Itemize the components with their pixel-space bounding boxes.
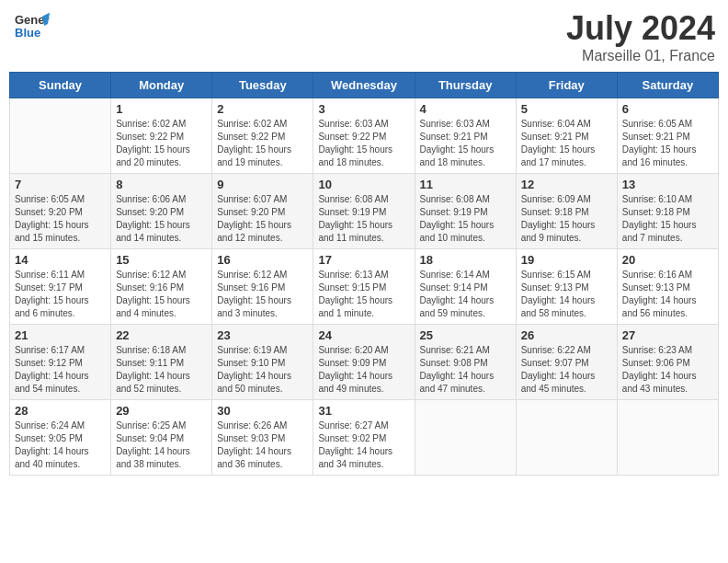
day-info: Sunrise: 6:21 AM Sunset: 9:08 PM Dayligh… <box>420 344 511 396</box>
calendar-cell: 4Sunrise: 6:03 AM Sunset: 9:21 PM Daylig… <box>415 98 516 174</box>
day-number: 31 <box>318 404 409 418</box>
day-number: 14 <box>15 253 106 267</box>
calendar-cell: 28Sunrise: 6:24 AM Sunset: 9:05 PM Dayli… <box>10 400 111 476</box>
logo: General Blue <box>13 9 50 46</box>
day-number: 23 <box>217 328 308 342</box>
day-number: 21 <box>15 328 106 342</box>
calendar-cell <box>415 400 516 476</box>
title-area: July 2024 Marseille 01, France <box>566 9 715 64</box>
day-info: Sunrise: 6:05 AM Sunset: 9:20 PM Dayligh… <box>15 193 106 245</box>
calendar-cell: 18Sunrise: 6:14 AM Sunset: 9:14 PM Dayli… <box>415 249 516 325</box>
day-info: Sunrise: 6:24 AM Sunset: 9:05 PM Dayligh… <box>15 419 106 471</box>
day-info: Sunrise: 6:03 AM Sunset: 9:21 PM Dayligh… <box>420 118 511 169</box>
calendar-cell: 16Sunrise: 6:12 AM Sunset: 9:16 PM Dayli… <box>212 249 313 325</box>
page-header: General Blue July 2024 Marseille 01, Fra… <box>9 9 719 64</box>
calendar-cell: 25Sunrise: 6:21 AM Sunset: 9:08 PM Dayli… <box>415 325 516 400</box>
day-number: 18 <box>420 253 511 267</box>
day-number: 3 <box>318 102 409 116</box>
calendar-cell: 7Sunrise: 6:05 AM Sunset: 9:20 PM Daylig… <box>10 174 111 249</box>
day-number: 9 <box>217 178 308 191</box>
month-year-title: July 2024 <box>566 9 715 48</box>
calendar-cell: 9Sunrise: 6:07 AM Sunset: 9:20 PM Daylig… <box>212 174 313 249</box>
calendar-cell <box>10 98 111 174</box>
day-number: 6 <box>622 102 713 116</box>
calendar-cell: 12Sunrise: 6:09 AM Sunset: 9:18 PM Dayli… <box>516 174 617 249</box>
calendar-cell: 10Sunrise: 6:08 AM Sunset: 9:19 PM Dayli… <box>313 174 415 249</box>
day-info: Sunrise: 6:03 AM Sunset: 9:22 PM Dayligh… <box>318 118 409 169</box>
day-number: 26 <box>521 328 612 342</box>
calendar-cell: 5Sunrise: 6:04 AM Sunset: 9:21 PM Daylig… <box>516 98 617 174</box>
calendar-cell: 13Sunrise: 6:10 AM Sunset: 9:18 PM Dayli… <box>617 174 718 249</box>
day-of-week-header: Saturday <box>617 73 718 98</box>
calendar-cell: 8Sunrise: 6:06 AM Sunset: 9:20 PM Daylig… <box>111 174 212 249</box>
day-number: 2 <box>217 102 308 116</box>
calendar-cell: 29Sunrise: 6:25 AM Sunset: 9:04 PM Dayli… <box>111 400 212 476</box>
day-number: 5 <box>521 102 612 116</box>
calendar-cell <box>516 400 617 476</box>
day-number: 16 <box>217 253 308 267</box>
day-number: 11 <box>420 178 511 191</box>
day-info: Sunrise: 6:20 AM Sunset: 9:09 PM Dayligh… <box>318 344 409 396</box>
day-info: Sunrise: 6:13 AM Sunset: 9:15 PM Dayligh… <box>318 269 409 320</box>
day-info: Sunrise: 6:04 AM Sunset: 9:21 PM Dayligh… <box>521 118 612 169</box>
day-number: 22 <box>116 328 207 342</box>
calendar-cell: 17Sunrise: 6:13 AM Sunset: 9:15 PM Dayli… <box>313 249 415 325</box>
day-info: Sunrise: 6:14 AM Sunset: 9:14 PM Dayligh… <box>420 269 511 320</box>
day-info: Sunrise: 6:25 AM Sunset: 9:04 PM Dayligh… <box>116 419 207 471</box>
day-info: Sunrise: 6:05 AM Sunset: 9:21 PM Dayligh… <box>622 118 713 169</box>
calendar-cell: 26Sunrise: 6:22 AM Sunset: 9:07 PM Dayli… <box>516 325 617 400</box>
day-number: 1 <box>116 102 207 116</box>
location-subtitle: Marseille 01, France <box>566 48 715 64</box>
calendar-cell: 14Sunrise: 6:11 AM Sunset: 9:17 PM Dayli… <box>10 249 111 325</box>
day-number: 30 <box>217 404 308 418</box>
day-info: Sunrise: 6:07 AM Sunset: 9:20 PM Dayligh… <box>217 193 308 245</box>
calendar-cell: 11Sunrise: 6:08 AM Sunset: 9:19 PM Dayli… <box>415 174 516 249</box>
day-info: Sunrise: 6:10 AM Sunset: 9:18 PM Dayligh… <box>622 193 713 245</box>
calendar-cell: 23Sunrise: 6:19 AM Sunset: 9:10 PM Dayli… <box>212 325 313 400</box>
calendar-cell: 21Sunrise: 6:17 AM Sunset: 9:12 PM Dayli… <box>10 325 111 400</box>
day-info: Sunrise: 6:26 AM Sunset: 9:03 PM Dayligh… <box>217 419 308 471</box>
svg-text:Blue: Blue <box>15 26 40 40</box>
day-info: Sunrise: 6:19 AM Sunset: 9:10 PM Dayligh… <box>217 344 308 396</box>
day-of-week-header: Thursday <box>415 73 516 98</box>
day-info: Sunrise: 6:11 AM Sunset: 9:17 PM Dayligh… <box>15 269 106 320</box>
calendar-table: SundayMondayTuesdayWednesdayThursdayFrid… <box>9 72 719 476</box>
day-number: 13 <box>622 178 713 191</box>
day-of-week-header: Friday <box>516 73 617 98</box>
day-info: Sunrise: 6:06 AM Sunset: 9:20 PM Dayligh… <box>116 193 207 245</box>
calendar-cell: 2Sunrise: 6:02 AM Sunset: 9:22 PM Daylig… <box>212 98 313 174</box>
day-info: Sunrise: 6:02 AM Sunset: 9:22 PM Dayligh… <box>116 118 207 169</box>
day-number: 17 <box>318 253 409 267</box>
calendar-cell: 30Sunrise: 6:26 AM Sunset: 9:03 PM Dayli… <box>212 400 313 476</box>
day-of-week-header: Wednesday <box>313 73 415 98</box>
day-info: Sunrise: 6:23 AM Sunset: 9:06 PM Dayligh… <box>622 344 713 396</box>
calendar-cell: 27Sunrise: 6:23 AM Sunset: 9:06 PM Dayli… <box>617 325 718 400</box>
day-info: Sunrise: 6:08 AM Sunset: 9:19 PM Dayligh… <box>420 193 511 245</box>
day-of-week-header: Tuesday <box>212 73 313 98</box>
day-number: 12 <box>521 178 612 191</box>
day-info: Sunrise: 6:12 AM Sunset: 9:16 PM Dayligh… <box>116 269 207 320</box>
day-info: Sunrise: 6:18 AM Sunset: 9:11 PM Dayligh… <box>116 344 207 396</box>
calendar-cell: 20Sunrise: 6:16 AM Sunset: 9:13 PM Dayli… <box>617 249 718 325</box>
day-number: 27 <box>622 328 713 342</box>
calendar-cell: 6Sunrise: 6:05 AM Sunset: 9:21 PM Daylig… <box>617 98 718 174</box>
day-number: 10 <box>318 178 409 191</box>
day-number: 15 <box>116 253 207 267</box>
calendar-cell <box>617 400 718 476</box>
day-info: Sunrise: 6:17 AM Sunset: 9:12 PM Dayligh… <box>15 344 106 396</box>
calendar-cell: 15Sunrise: 6:12 AM Sunset: 9:16 PM Dayli… <box>111 249 212 325</box>
calendar-cell: 31Sunrise: 6:27 AM Sunset: 9:02 PM Dayli… <box>313 400 415 476</box>
day-number: 28 <box>15 404 106 418</box>
day-info: Sunrise: 6:12 AM Sunset: 9:16 PM Dayligh… <box>217 269 308 320</box>
day-number: 4 <box>420 102 511 116</box>
day-number: 20 <box>622 253 713 267</box>
calendar-cell: 3Sunrise: 6:03 AM Sunset: 9:22 PM Daylig… <box>313 98 415 174</box>
day-number: 29 <box>116 404 207 418</box>
day-number: 8 <box>116 178 207 191</box>
day-number: 7 <box>15 178 106 191</box>
day-info: Sunrise: 6:27 AM Sunset: 9:02 PM Dayligh… <box>318 419 409 471</box>
calendar-cell: 19Sunrise: 6:15 AM Sunset: 9:13 PM Dayli… <box>516 249 617 325</box>
day-number: 24 <box>318 328 409 342</box>
day-info: Sunrise: 6:16 AM Sunset: 9:13 PM Dayligh… <box>622 269 713 320</box>
day-of-week-header: Sunday <box>10 73 111 98</box>
